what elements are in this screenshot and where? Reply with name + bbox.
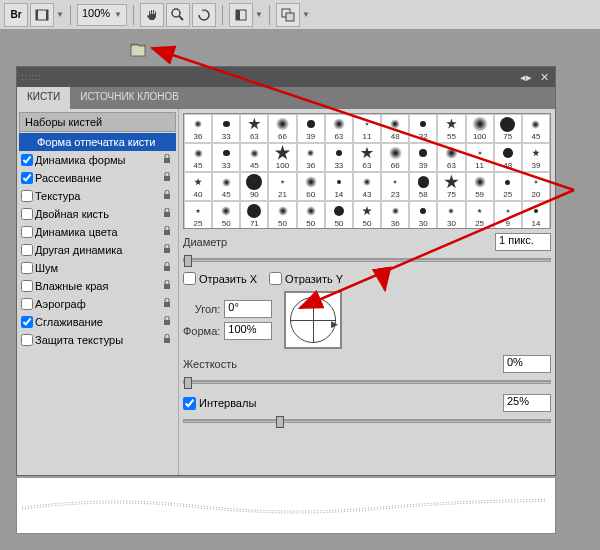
brush-preset[interactable]: 66 [268, 114, 296, 143]
brush-preset[interactable]: 63 [353, 143, 381, 172]
sidebar-checkbox-7[interactable] [21, 262, 33, 274]
brush-preset[interactable]: 25 [494, 172, 522, 201]
brush-presets-grid[interactable]: 3633636639631148325510075454533451003633… [183, 113, 551, 229]
panel-header[interactable]: :::::: ◂▸ ✕ [17, 67, 555, 87]
flip-x-checkbox[interactable]: Отразить X [183, 272, 257, 285]
bridge-button[interactable]: Br [4, 3, 28, 27]
hand-tool-icon[interactable] [140, 3, 164, 27]
brush-preset[interactable]: 32 [409, 114, 437, 143]
brush-preset[interactable]: 9 [494, 201, 522, 229]
tab-clone-source[interactable]: ИСТОЧНИК КЛОНОВ [70, 87, 189, 109]
brush-preset[interactable]: 33 [325, 143, 353, 172]
brush-preset[interactable]: 40 [184, 172, 212, 201]
brush-preset[interactable]: 45 [240, 143, 268, 172]
sidebar-checkbox-8[interactable] [21, 280, 33, 292]
brush-preset[interactable]: 55 [437, 114, 465, 143]
brush-preset[interactable]: 75 [494, 114, 522, 143]
sidebar-header[interactable]: Наборы кистей [19, 112, 176, 132]
sidebar-item-7[interactable]: Шум [19, 259, 176, 277]
brush-preset[interactable]: 50 [325, 201, 353, 229]
flip-y-checkbox[interactable]: Отразить Y [269, 272, 343, 285]
brush-preset[interactable]: 63 [240, 114, 268, 143]
sidebar-checkbox-2[interactable] [21, 172, 33, 184]
brush-preset[interactable]: 45 [212, 172, 240, 201]
brush-preset[interactable]: 39 [522, 143, 550, 172]
brush-preset[interactable]: 14 [522, 201, 550, 229]
angle-dial[interactable]: ▶ [284, 291, 342, 349]
angle-input[interactable]: 0° [224, 300, 272, 318]
brush-preset[interactable]: 45 [184, 143, 212, 172]
brush-preset[interactable]: 66 [381, 143, 409, 172]
collapse-icon[interactable]: ◂▸ [519, 70, 533, 84]
brush-preset[interactable]: 33 [212, 143, 240, 172]
brush-preset[interactable]: 23 [381, 172, 409, 201]
brush-preset[interactable]: 100 [268, 143, 296, 172]
diameter-input[interactable]: 1 пикс. [495, 233, 551, 251]
sidebar-checkbox-3[interactable] [21, 190, 33, 202]
brush-preset[interactable]: 48 [381, 114, 409, 143]
shape-input[interactable]: 100% [224, 322, 272, 340]
zoom-tool-icon[interactable] [166, 3, 190, 27]
sidebar-checkbox-4[interactable] [21, 208, 33, 220]
brush-preset[interactable]: 11 [353, 114, 381, 143]
brush-preset[interactable]: 21 [268, 172, 296, 201]
brush-preset[interactable]: 39 [409, 143, 437, 172]
hardness-input[interactable]: 0% [503, 355, 551, 373]
brush-preset[interactable]: 100 [466, 114, 494, 143]
sidebar-item-6[interactable]: Другая динамика [19, 241, 176, 259]
brush-preset[interactable]: 58 [409, 172, 437, 201]
brush-preset[interactable]: 25 [466, 201, 494, 229]
spacing-input[interactable]: 25% [503, 394, 551, 412]
brush-preset[interactable]: 50 [212, 201, 240, 229]
tab-brushes[interactable]: КИСТИ [17, 87, 70, 109]
sidebar-item-4[interactable]: Двойная кисть [19, 205, 176, 223]
brush-preset[interactable]: 36 [297, 143, 325, 172]
document-icon[interactable] [130, 42, 148, 60]
brush-preset[interactable]: 60 [297, 172, 325, 201]
brush-preset[interactable]: 39 [297, 114, 325, 143]
hardness-slider[interactable] [183, 380, 551, 384]
sidebar-item-0[interactable]: Форма отпечатка кисти [19, 133, 176, 151]
brush-preset[interactable]: 14 [325, 172, 353, 201]
sidebar-checkbox-9[interactable] [21, 298, 33, 310]
brush-preset[interactable]: 50 [297, 201, 325, 229]
sidebar-checkbox-5[interactable] [21, 226, 33, 238]
brush-preset[interactable]: 50 [353, 201, 381, 229]
close-icon[interactable]: ✕ [537, 70, 551, 84]
brush-preset[interactable]: 30 [409, 201, 437, 229]
diameter-slider[interactable] [183, 258, 551, 262]
brush-preset[interactable]: 63 [437, 143, 465, 172]
spacing-slider[interactable] [183, 419, 551, 423]
arrange-icon[interactable] [276, 3, 300, 27]
rotate-tool-icon[interactable] [192, 3, 216, 27]
brush-preset[interactable]: 63 [325, 114, 353, 143]
brush-preset[interactable]: 30 [437, 201, 465, 229]
brush-preset[interactable]: 43 [353, 172, 381, 201]
brush-preset[interactable]: 25 [184, 201, 212, 229]
sidebar-item-10[interactable]: Сглаживание [19, 313, 176, 331]
brush-preset[interactable]: 71 [240, 201, 268, 229]
sidebar-item-8[interactable]: Влажные края [19, 277, 176, 295]
sidebar-checkbox-1[interactable] [21, 154, 33, 166]
brush-preset[interactable]: 75 [437, 172, 465, 201]
brush-preset[interactable]: 11 [466, 143, 494, 172]
screen-mode-icon[interactable] [229, 3, 253, 27]
sidebar-item-9[interactable]: Аэрограф [19, 295, 176, 313]
brush-preset[interactable]: 59 [466, 172, 494, 201]
sidebar-item-5[interactable]: Динамика цвета [19, 223, 176, 241]
brush-preset[interactable]: 48 [494, 143, 522, 172]
sidebar-checkbox-10[interactable] [21, 316, 33, 328]
sidebar-item-11[interactable]: Защита текстуры [19, 331, 176, 349]
brush-preset[interactable]: 50 [268, 201, 296, 229]
sidebar-item-1[interactable]: Динамика формы [19, 151, 176, 169]
sidebar-checkbox-6[interactable] [21, 244, 33, 256]
brush-preset[interactable]: 36 [184, 114, 212, 143]
zoom-select[interactable]: 100% [77, 4, 127, 26]
brush-preset[interactable]: 33 [212, 114, 240, 143]
spacing-checkbox[interactable]: Интервалы [183, 397, 256, 410]
brush-preset[interactable]: 90 [240, 172, 268, 201]
sidebar-checkbox-11[interactable] [21, 334, 33, 346]
brush-preset[interactable]: 45 [522, 114, 550, 143]
sidebar-item-2[interactable]: Рассеивание [19, 169, 176, 187]
film-strip-icon[interactable] [30, 3, 54, 27]
